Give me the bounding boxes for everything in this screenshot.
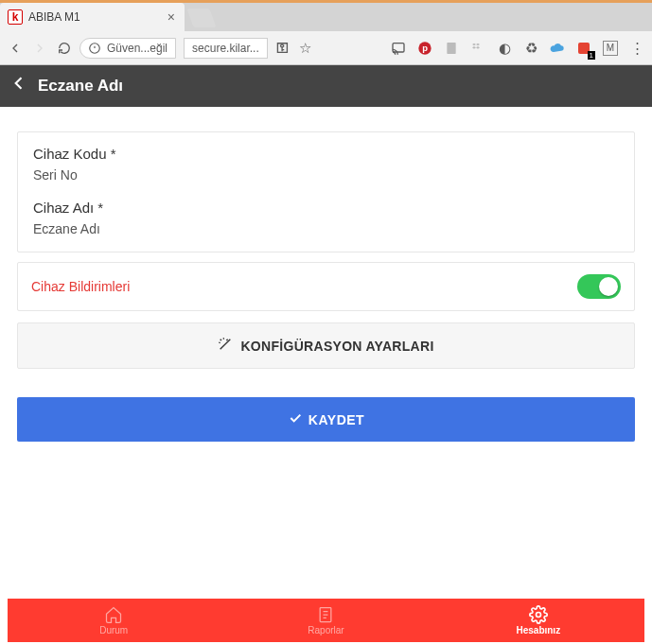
- nav-item-raporlar[interactable]: Raporlar: [220, 599, 432, 642]
- nav-label: Durum: [99, 625, 128, 635]
- svg-rect-5: [578, 43, 590, 54]
- device-info-card: Cihaz Kodu * Seri No Cihaz Adı * Eczane …: [17, 131, 635, 252]
- notifications-row: Cihaz Bildirimleri: [17, 262, 635, 311]
- nav-item-hesabiniz[interactable]: Hesabınız: [432, 599, 644, 642]
- notifications-toggle[interactable]: [577, 274, 621, 299]
- config-button-label: KONFİGÜRASYON AYARLARI: [240, 339, 433, 354]
- tab-close-icon[interactable]: ×: [167, 9, 175, 25]
- browser-tab-bar: k ABIBA M1 ×: [0, 0, 652, 31]
- reload-icon[interactable]: [57, 41, 72, 56]
- extension-icon-2[interactable]: M: [603, 41, 618, 56]
- wand-icon: [218, 337, 233, 355]
- nav-item-durum[interactable]: Durum: [8, 599, 220, 642]
- dropbox-icon[interactable]: [470, 41, 485, 56]
- report-icon: [316, 605, 335, 624]
- back-icon[interactable]: [8, 41, 23, 56]
- device-name-label: Cihaz Adı *: [33, 200, 619, 216]
- pdf-icon[interactable]: [444, 41, 459, 56]
- favicon: k: [8, 9, 23, 25]
- save-button-label: KAYDET: [308, 412, 364, 427]
- app-header: Eczane Adı: [0, 65, 652, 107]
- main-content: Cihaz Kodu * Seri No Cihaz Adı * Eczane …: [0, 107, 652, 600]
- todoist-icon[interactable]: [576, 41, 591, 56]
- browser-tab[interactable]: k ABIBA M1 ×: [0, 3, 185, 31]
- security-chip[interactable]: Güven...eğil: [79, 38, 176, 59]
- svg-point-7: [536, 613, 540, 618]
- svg-rect-4: [447, 43, 455, 54]
- menu-icon[interactable]: ⋮: [629, 41, 644, 56]
- cloud-icon[interactable]: [550, 41, 565, 56]
- config-button[interactable]: KONFİGÜRASYON AYARLARI: [17, 322, 635, 369]
- nav-label: Hesabınız: [516, 625, 560, 635]
- security-text: Güven...eğil: [107, 42, 167, 55]
- address-bar[interactable]: secure.kilar...: [184, 38, 268, 59]
- browser-toolbar: Güven...eğil secure.kilar... ⚿ ☆ p ◐ ♻ M…: [0, 31, 652, 65]
- home-icon: [104, 605, 123, 624]
- device-code-label: Cihaz Kodu *: [33, 146, 619, 162]
- device-code-value[interactable]: Seri No: [33, 167, 619, 183]
- device-name-value[interactable]: Eczane Adı: [33, 221, 619, 236]
- bottom-nav: Durum Raporlar Hesabınız: [8, 599, 644, 642]
- address-text: secure.kilar...: [192, 42, 259, 55]
- page-title: Eczane Adı: [38, 77, 123, 96]
- tab-title: ABIBA M1: [28, 10, 162, 24]
- gear-icon: [529, 605, 548, 624]
- notifications-label: Cihaz Bildirimleri: [31, 279, 130, 294]
- star-icon[interactable]: ☆: [298, 41, 313, 56]
- back-chevron-icon[interactable]: [9, 74, 28, 98]
- cast-icon[interactable]: [391, 41, 406, 56]
- svg-rect-1: [393, 43, 404, 51]
- save-button[interactable]: KAYDET: [17, 397, 635, 442]
- extension-icon-1[interactable]: ◐: [497, 41, 512, 56]
- forward-icon[interactable]: [32, 41, 47, 56]
- svg-text:p: p: [422, 44, 428, 53]
- new-tab-button[interactable]: [186, 9, 216, 27]
- key-icon[interactable]: ⚿: [275, 41, 291, 56]
- pinterest-icon[interactable]: p: [417, 41, 432, 56]
- nav-label: Raporlar: [308, 625, 344, 635]
- recycle-icon[interactable]: ♻: [523, 41, 538, 56]
- check-icon: [288, 410, 303, 428]
